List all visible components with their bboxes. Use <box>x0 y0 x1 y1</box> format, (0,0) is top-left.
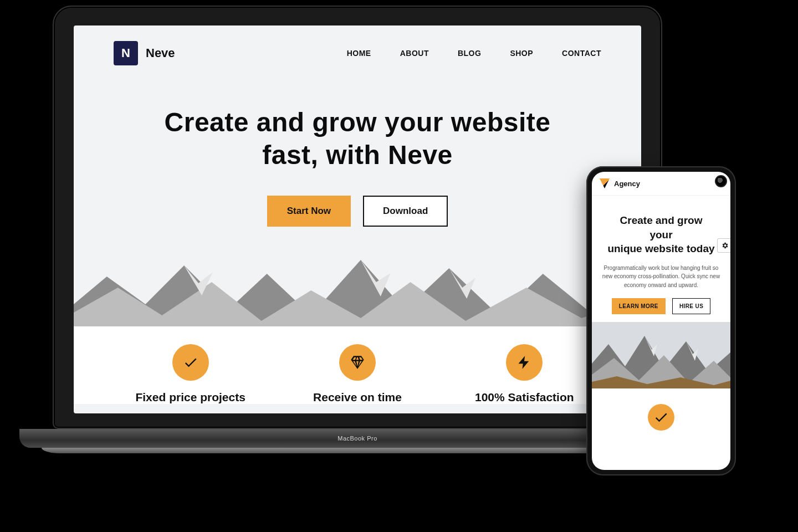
hero-background-mountains <box>74 243 641 326</box>
mountains-icon <box>74 243 641 326</box>
features: Fixed price projects Receive on time 100… <box>74 326 641 404</box>
mobile-hero-actions: LEARN MORE HIRE US <box>602 298 720 314</box>
nav-about[interactable]: ABOUT <box>400 49 429 58</box>
mobile-hero-headline: Create and grow your unique website toda… <box>602 213 720 256</box>
brand-logo-letter: N <box>121 46 130 60</box>
settings-tab[interactable] <box>717 238 730 253</box>
laptop-bezel: N Neve HOME ABOUT BLOG SHOP CONTACT Crea… <box>53 6 662 429</box>
brand[interactable]: N Neve <box>114 41 175 65</box>
mobile-hero-line-2: your <box>649 229 672 241</box>
feature-title: Receive on time <box>285 391 429 404</box>
diamond-icon <box>339 344 376 381</box>
mobile-brand-name: Agency <box>614 180 640 188</box>
feature-title: 100% Satisfaction <box>452 391 596 404</box>
phone-screen: Agency Create and grow your unique websi… <box>592 172 730 470</box>
download-button[interactable]: Download <box>363 196 448 227</box>
mobile-hero: Create and grow your unique website toda… <box>592 196 730 322</box>
brand-name: Neve <box>146 46 175 60</box>
hero: Create and grow your website fast, with … <box>74 76 641 227</box>
check-icon <box>172 344 209 381</box>
laptop-device: N Neve HOME ABOUT BLOG SHOP CONTACT Crea… <box>53 6 662 453</box>
primary-nav: HOME ABOUT BLOG SHOP CONTACT <box>347 49 601 58</box>
laptop-screen: N Neve HOME ABOUT BLOG SHOP CONTACT Crea… <box>74 25 641 413</box>
mobile-hero-subtext: Programmatically work but low hanging fr… <box>602 264 720 290</box>
mobile-hero-mountains <box>592 322 730 388</box>
feature-title: Fixed price projects <box>119 391 263 404</box>
start-now-button[interactable]: Start Now <box>267 196 351 227</box>
laptop-model-label: MacBook Pro <box>337 435 377 442</box>
brand-logo-icon: N <box>114 41 138 65</box>
phone-device: Agency Create and grow your unique websi… <box>586 166 736 475</box>
mobile-feature <box>592 388 730 426</box>
gear-icon <box>721 242 729 249</box>
feature-on-time: Receive on time <box>285 344 429 404</box>
nav-home[interactable]: HOME <box>347 49 371 58</box>
mobile-header: Agency <box>592 172 730 196</box>
nav-blog[interactable]: BLOG <box>458 49 481 58</box>
mobile-hero-line-3: unique website today <box>607 243 714 254</box>
check-icon <box>648 404 674 431</box>
hero-headline: Create and grow your website fast, with … <box>96 106 619 171</box>
hire-us-button[interactable]: HIRE US <box>672 298 710 314</box>
bolt-icon <box>506 344 543 381</box>
nav-contact[interactable]: CONTACT <box>562 49 601 58</box>
feature-fixed-price: Fixed price projects <box>119 344 263 404</box>
nav-shop[interactable]: SHOP <box>510 49 533 58</box>
hero-line-2: fast, with Neve <box>262 140 453 170</box>
mountains-icon <box>592 322 730 388</box>
learn-more-button[interactable]: LEARN MORE <box>612 298 666 314</box>
mobile-hero-line-1: Create and grow <box>620 214 703 226</box>
laptop-foot <box>42 448 673 453</box>
site-header: N Neve HOME ABOUT BLOG SHOP CONTACT <box>74 25 641 76</box>
hero-actions: Start Now Download <box>96 196 619 227</box>
phone-camera-icon <box>715 175 727 187</box>
feature-satisfaction: 100% Satisfaction <box>452 344 596 404</box>
agency-logo-icon <box>600 178 610 188</box>
hero-line-1: Create and grow your website <box>165 108 551 137</box>
